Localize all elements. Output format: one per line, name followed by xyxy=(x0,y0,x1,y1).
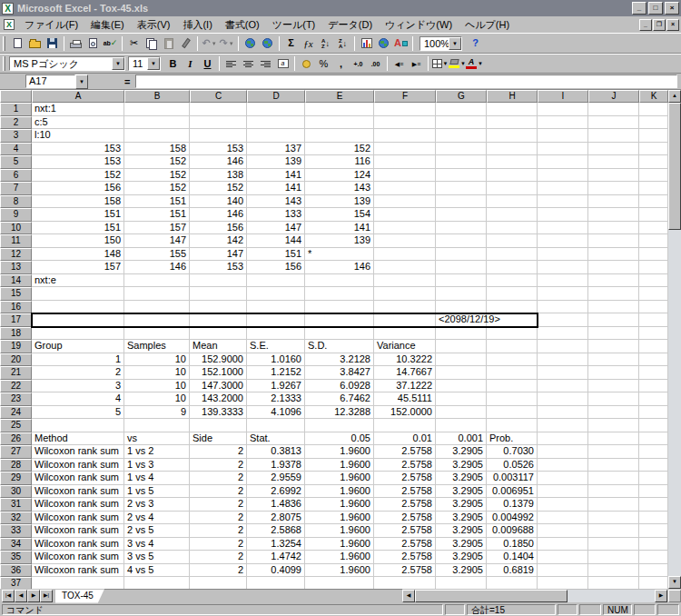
cell-K37[interactable] xyxy=(639,577,668,589)
cell-K22[interactable] xyxy=(639,380,668,393)
row-header-21[interactable]: 21 xyxy=(0,366,32,380)
cell-B24[interactable]: 9 xyxy=(124,406,190,420)
cell-I3[interactable] xyxy=(538,129,588,143)
tab-nav-next-icon[interactable]: ▶ xyxy=(27,590,40,602)
close-button[interactable]: × xyxy=(665,2,679,15)
map-button[interactable] xyxy=(375,35,392,52)
row-header-1[interactable]: 1 xyxy=(0,103,32,116)
cell-I5[interactable] xyxy=(538,155,588,169)
column-header-E[interactable]: E xyxy=(305,90,374,103)
cell-H28[interactable]: 0.0526 xyxy=(487,459,538,472)
cell-B27[interactable]: 1 vs 2 xyxy=(124,445,190,459)
cell-A24[interactable]: 5 xyxy=(32,406,124,420)
cell-E4[interactable]: 152 xyxy=(305,143,374,156)
vertical-scrollbar[interactable]: ▲ ▼ xyxy=(668,90,681,589)
cell-K17[interactable] xyxy=(639,313,668,327)
cell-C7[interactable]: 152 xyxy=(190,182,247,195)
cell-F27[interactable]: 2.5758 xyxy=(374,445,436,459)
cell-F10[interactable] xyxy=(374,222,436,235)
cell-I21[interactable] xyxy=(538,366,588,380)
cell-K9[interactable] xyxy=(639,208,668,222)
cell-F28[interactable]: 2.5758 xyxy=(374,459,436,472)
cell-H8[interactable] xyxy=(487,195,538,209)
cell-E13[interactable]: 146 xyxy=(305,261,374,274)
autosum-button[interactable]: Σ xyxy=(282,35,300,52)
cell-F22[interactable]: 37.1222 xyxy=(374,380,436,393)
cell-A18[interactable] xyxy=(32,327,124,341)
cell-H27[interactable]: 0.7030 xyxy=(487,445,538,459)
cell-I25[interactable] xyxy=(538,419,588,432)
cell-A22[interactable]: 3 xyxy=(32,380,124,393)
cell-D33[interactable]: 2.5868 xyxy=(247,524,305,538)
row-header-36[interactable]: 36 xyxy=(0,564,32,578)
cell-D32[interactable]: 2.8075 xyxy=(247,512,305,525)
cell-J8[interactable] xyxy=(588,195,639,209)
cell-H32[interactable]: 0.004992 xyxy=(487,512,538,525)
cell-E30[interactable]: 1.9600 xyxy=(305,485,374,499)
cell-E14[interactable] xyxy=(305,274,374,288)
merge-center-button[interactable]: a xyxy=(274,55,291,72)
cell-G18[interactable] xyxy=(436,327,487,341)
maximize-button[interactable]: □ xyxy=(648,2,663,15)
cell-H25[interactable] xyxy=(487,419,538,432)
cell-F31[interactable]: 2.5758 xyxy=(374,498,436,512)
cell-D2[interactable] xyxy=(247,116,305,130)
cell-F13[interactable] xyxy=(374,261,436,274)
cell-I32[interactable] xyxy=(538,512,588,525)
cell-E7[interactable]: 143 xyxy=(305,182,374,195)
cell-I17[interactable] xyxy=(538,313,588,327)
cell-C10[interactable]: 156 xyxy=(190,222,247,235)
cell-B9[interactable]: 151 xyxy=(124,208,190,222)
cell-C2[interactable] xyxy=(190,116,247,130)
cell-D16[interactable] xyxy=(247,301,305,314)
cell-F21[interactable]: 14.7667 xyxy=(374,366,436,380)
cell-B37[interactable] xyxy=(124,577,190,589)
cell-I2[interactable] xyxy=(538,116,588,130)
cell-B19[interactable]: Samples xyxy=(124,340,190,353)
cell-K10[interactable] xyxy=(639,222,668,235)
paste-button[interactable] xyxy=(160,35,177,52)
cell-K23[interactable] xyxy=(639,392,668,406)
cell-G30[interactable]: 3.2905 xyxy=(436,485,487,499)
redo-button[interactable]: ↷▼ xyxy=(218,35,235,52)
cell-B17[interactable] xyxy=(124,313,190,327)
cell-C35[interactable]: 2 xyxy=(190,551,247,564)
column-header-I[interactable]: I xyxy=(538,90,588,103)
cell-D18[interactable] xyxy=(247,327,305,341)
row-header-28[interactable]: 28 xyxy=(0,459,32,472)
row-header-22[interactable]: 22 xyxy=(0,380,32,393)
cell-I37[interactable] xyxy=(538,577,588,589)
cell-D10[interactable]: 147 xyxy=(247,222,305,235)
cell-I35[interactable] xyxy=(538,551,588,564)
cell-A31[interactable]: Wilcoxon rank sum xyxy=(32,498,124,512)
cell-K36[interactable] xyxy=(639,564,668,578)
cell-E31[interactable]: 1.9600 xyxy=(305,498,374,512)
cell-C19[interactable]: Mean xyxy=(190,340,247,353)
cell-D22[interactable]: 1.9267 xyxy=(247,380,305,393)
cell-H14[interactable] xyxy=(487,274,538,288)
cell-B16[interactable] xyxy=(124,301,190,314)
percent-button[interactable]: % xyxy=(315,55,332,72)
cell-E12[interactable]: * xyxy=(305,248,374,262)
cell-K5[interactable] xyxy=(639,155,668,169)
cell-C8[interactable]: 140 xyxy=(190,195,247,209)
cell-F2[interactable] xyxy=(374,116,436,130)
cell-D34[interactable]: 1.3254 xyxy=(247,538,305,551)
cell-J12[interactable] xyxy=(588,248,639,262)
cell-B3[interactable] xyxy=(124,129,190,143)
cell-A6[interactable]: 152 xyxy=(32,169,124,183)
cell-I4[interactable] xyxy=(538,143,588,156)
cell-F9[interactable] xyxy=(374,208,436,222)
cell-G8[interactable] xyxy=(436,195,487,209)
cell-E36[interactable]: 1.9600 xyxy=(305,564,374,578)
cell-A4[interactable]: 153 xyxy=(32,143,124,156)
cell-B10[interactable]: 157 xyxy=(124,222,190,235)
insert-hyperlink-button[interactable] xyxy=(242,35,259,52)
cell-J10[interactable] xyxy=(588,222,639,235)
cell-I14[interactable] xyxy=(538,274,588,288)
cell-F18[interactable] xyxy=(374,327,436,341)
copy-button[interactable] xyxy=(143,35,160,52)
cell-K32[interactable] xyxy=(639,512,668,525)
cell-A11[interactable]: 150 xyxy=(32,234,124,248)
cell-F11[interactable] xyxy=(374,234,436,248)
